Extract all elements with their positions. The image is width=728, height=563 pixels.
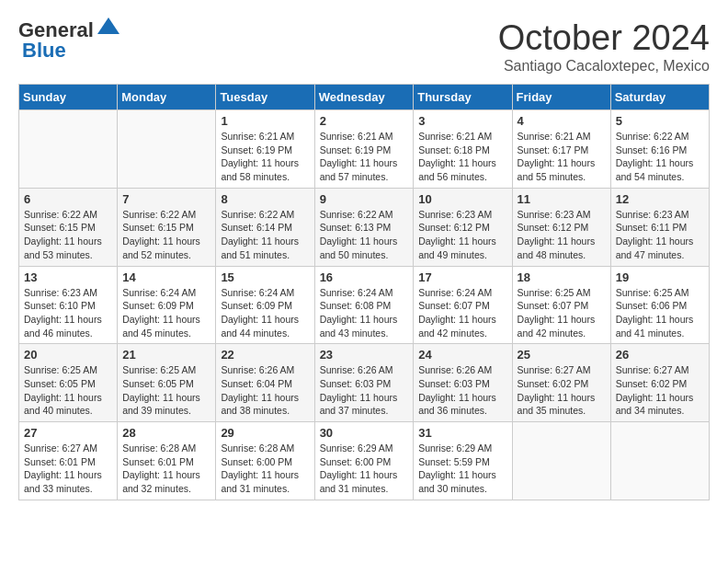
calendar-cell: 21Sunrise: 6:25 AM Sunset: 6:05 PM Dayli… bbox=[118, 344, 216, 422]
calendar-cell: 29Sunrise: 6:28 AM Sunset: 6:00 PM Dayli… bbox=[216, 422, 314, 500]
calendar-cell: 18Sunrise: 6:25 AM Sunset: 6:07 PM Dayli… bbox=[512, 266, 610, 344]
calendar-cell: 7Sunrise: 6:22 AM Sunset: 6:15 PM Daylig… bbox=[118, 188, 216, 266]
day-number: 23 bbox=[320, 348, 409, 362]
day-header-wednesday: Wednesday bbox=[314, 85, 414, 110]
day-number: 11 bbox=[518, 192, 606, 206]
day-number: 2 bbox=[320, 114, 409, 128]
day-number: 16 bbox=[320, 270, 409, 284]
day-number: 30 bbox=[320, 426, 409, 440]
day-number: 10 bbox=[418, 192, 506, 206]
week-row-3: 13Sunrise: 6:23 AM Sunset: 6:10 PM Dayli… bbox=[19, 266, 710, 344]
calendar-cell: 6Sunrise: 6:22 AM Sunset: 6:15 PM Daylig… bbox=[19, 188, 118, 266]
day-number: 18 bbox=[518, 270, 606, 284]
title-block: October 2024 Santiago Cacaloxtepec, Mexi… bbox=[498, 18, 710, 75]
day-info: Sunrise: 6:22 AM Sunset: 6:15 PM Dayligh… bbox=[24, 208, 112, 262]
day-info: Sunrise: 6:22 AM Sunset: 6:13 PM Dayligh… bbox=[320, 208, 409, 262]
calendar-cell: 23Sunrise: 6:26 AM Sunset: 6:03 PM Dayli… bbox=[314, 344, 414, 422]
calendar-table: SundayMondayTuesdayWednesdayThursdayFrid… bbox=[18, 84, 710, 500]
calendar-cell bbox=[610, 422, 709, 500]
calendar-cell: 4Sunrise: 6:21 AM Sunset: 6:17 PM Daylig… bbox=[512, 110, 610, 189]
day-info: Sunrise: 6:27 AM Sunset: 6:01 PM Dayligh… bbox=[24, 442, 112, 496]
day-number: 22 bbox=[221, 348, 309, 362]
calendar-cell: 12Sunrise: 6:23 AM Sunset: 6:11 PM Dayli… bbox=[610, 188, 709, 266]
day-header-sunday: Sunday bbox=[19, 85, 118, 110]
week-row-5: 27Sunrise: 6:27 AM Sunset: 6:01 PM Dayli… bbox=[19, 422, 710, 500]
day-number: 28 bbox=[122, 426, 210, 440]
week-row-1: 1Sunrise: 6:21 AM Sunset: 6:19 PM Daylig… bbox=[19, 110, 710, 189]
day-header-friday: Friday bbox=[512, 85, 610, 110]
day-number: 25 bbox=[518, 348, 606, 362]
day-number: 17 bbox=[418, 270, 506, 284]
calendar-cell: 25Sunrise: 6:27 AM Sunset: 6:02 PM Dayli… bbox=[512, 344, 610, 422]
calendar-cell: 9Sunrise: 6:22 AM Sunset: 6:13 PM Daylig… bbox=[314, 188, 414, 266]
day-info: Sunrise: 6:21 AM Sunset: 6:17 PM Dayligh… bbox=[518, 130, 606, 184]
location-title: Santiago Cacaloxtepec, Mexico bbox=[498, 58, 710, 75]
calendar-cell: 19Sunrise: 6:25 AM Sunset: 6:06 PM Dayli… bbox=[610, 266, 709, 344]
day-info: Sunrise: 6:23 AM Sunset: 6:12 PM Dayligh… bbox=[418, 208, 506, 262]
day-info: Sunrise: 6:24 AM Sunset: 6:09 PM Dayligh… bbox=[221, 286, 309, 340]
day-number: 3 bbox=[418, 114, 506, 128]
day-number: 9 bbox=[320, 192, 409, 206]
day-info: Sunrise: 6:25 AM Sunset: 6:06 PM Dayligh… bbox=[616, 286, 704, 340]
calendar-cell: 3Sunrise: 6:21 AM Sunset: 6:18 PM Daylig… bbox=[414, 110, 512, 189]
day-number: 12 bbox=[616, 192, 704, 206]
calendar-cell: 28Sunrise: 6:28 AM Sunset: 6:01 PM Dayli… bbox=[118, 422, 216, 500]
day-header-saturday: Saturday bbox=[610, 85, 709, 110]
calendar-cell: 17Sunrise: 6:24 AM Sunset: 6:07 PM Dayli… bbox=[414, 266, 512, 344]
calendar-cell: 26Sunrise: 6:27 AM Sunset: 6:02 PM Dayli… bbox=[610, 344, 709, 422]
day-info: Sunrise: 6:24 AM Sunset: 6:09 PM Dayligh… bbox=[122, 286, 210, 340]
day-number: 24 bbox=[418, 348, 506, 362]
day-info: Sunrise: 6:22 AM Sunset: 6:15 PM Dayligh… bbox=[122, 208, 210, 262]
day-number: 29 bbox=[221, 426, 309, 440]
day-info: Sunrise: 6:21 AM Sunset: 6:19 PM Dayligh… bbox=[320, 130, 409, 184]
day-number: 6 bbox=[24, 192, 112, 206]
day-info: Sunrise: 6:27 AM Sunset: 6:02 PM Dayligh… bbox=[616, 363, 704, 418]
calendar-cell: 14Sunrise: 6:24 AM Sunset: 6:09 PM Dayli… bbox=[118, 266, 216, 344]
calendar-cell: 5Sunrise: 6:22 AM Sunset: 6:16 PM Daylig… bbox=[610, 110, 709, 189]
day-number: 8 bbox=[221, 192, 309, 206]
day-info: Sunrise: 6:28 AM Sunset: 6:01 PM Dayligh… bbox=[122, 442, 210, 496]
month-title: October 2024 bbox=[498, 18, 710, 58]
calendar-cell: 27Sunrise: 6:27 AM Sunset: 6:01 PM Dayli… bbox=[19, 422, 118, 500]
svg-marker-0 bbox=[97, 17, 119, 34]
day-info: Sunrise: 6:23 AM Sunset: 6:10 PM Dayligh… bbox=[24, 286, 112, 340]
day-number: 31 bbox=[418, 426, 506, 440]
day-info: Sunrise: 6:26 AM Sunset: 6:03 PM Dayligh… bbox=[320, 363, 409, 418]
calendar-cell: 11Sunrise: 6:23 AM Sunset: 6:12 PM Dayli… bbox=[512, 188, 610, 266]
calendar-cell: 24Sunrise: 6:26 AM Sunset: 6:03 PM Dayli… bbox=[414, 344, 512, 422]
day-number: 1 bbox=[221, 114, 309, 128]
day-header-monday: Monday bbox=[118, 85, 216, 110]
calendar-cell: 8Sunrise: 6:22 AM Sunset: 6:14 PM Daylig… bbox=[216, 188, 314, 266]
day-info: Sunrise: 6:21 AM Sunset: 6:18 PM Dayligh… bbox=[418, 130, 506, 184]
day-number: 14 bbox=[122, 270, 210, 284]
day-header-tuesday: Tuesday bbox=[216, 85, 314, 110]
calendar-cell: 16Sunrise: 6:24 AM Sunset: 6:08 PM Dayli… bbox=[314, 266, 414, 344]
calendar-cell: 1Sunrise: 6:21 AM Sunset: 6:19 PM Daylig… bbox=[216, 110, 314, 189]
day-number: 27 bbox=[24, 426, 112, 440]
calendar-header-row: SundayMondayTuesdayWednesdayThursdayFrid… bbox=[19, 85, 710, 110]
calendar-cell: 15Sunrise: 6:24 AM Sunset: 6:09 PM Dayli… bbox=[216, 266, 314, 344]
calendar-cell bbox=[512, 422, 610, 500]
day-info: Sunrise: 6:24 AM Sunset: 6:07 PM Dayligh… bbox=[418, 286, 506, 340]
day-info: Sunrise: 6:27 AM Sunset: 6:02 PM Dayligh… bbox=[518, 363, 606, 418]
calendar-cell: 22Sunrise: 6:26 AM Sunset: 6:04 PM Dayli… bbox=[216, 344, 314, 422]
week-row-2: 6Sunrise: 6:22 AM Sunset: 6:15 PM Daylig… bbox=[19, 188, 710, 266]
day-number: 26 bbox=[616, 348, 704, 362]
page-header: General Blue October 2024 Santiago Cacal… bbox=[18, 18, 710, 75]
day-info: Sunrise: 6:21 AM Sunset: 6:19 PM Dayligh… bbox=[221, 130, 309, 184]
day-info: Sunrise: 6:22 AM Sunset: 6:16 PM Dayligh… bbox=[616, 130, 704, 184]
day-info: Sunrise: 6:25 AM Sunset: 6:07 PM Dayligh… bbox=[518, 286, 606, 340]
day-info: Sunrise: 6:29 AM Sunset: 6:00 PM Dayligh… bbox=[320, 442, 409, 496]
day-info: Sunrise: 6:24 AM Sunset: 6:08 PM Dayligh… bbox=[320, 286, 409, 340]
day-number: 5 bbox=[616, 114, 704, 128]
day-number: 20 bbox=[24, 348, 112, 362]
calendar-cell: 2Sunrise: 6:21 AM Sunset: 6:19 PM Daylig… bbox=[314, 110, 414, 189]
calendar-cell: 10Sunrise: 6:23 AM Sunset: 6:12 PM Dayli… bbox=[414, 188, 512, 266]
calendar-cell: 31Sunrise: 6:29 AM Sunset: 5:59 PM Dayli… bbox=[414, 422, 512, 500]
day-number: 21 bbox=[122, 348, 210, 362]
calendar-cell: 13Sunrise: 6:23 AM Sunset: 6:10 PM Dayli… bbox=[19, 266, 118, 344]
calendar-cell: 30Sunrise: 6:29 AM Sunset: 6:00 PM Dayli… bbox=[314, 422, 414, 500]
day-info: Sunrise: 6:22 AM Sunset: 6:14 PM Dayligh… bbox=[221, 208, 309, 262]
calendar-cell bbox=[118, 110, 216, 189]
day-info: Sunrise: 6:23 AM Sunset: 6:11 PM Dayligh… bbox=[616, 208, 704, 262]
